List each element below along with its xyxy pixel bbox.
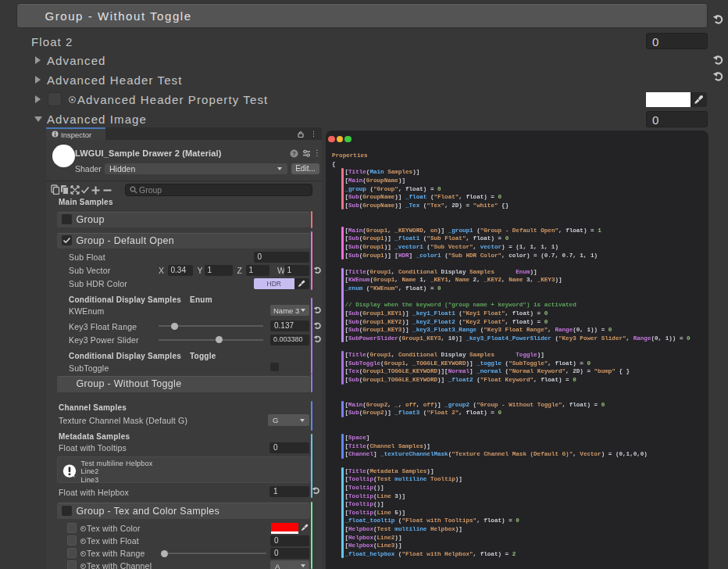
svg-text:?: ? [292, 150, 296, 157]
